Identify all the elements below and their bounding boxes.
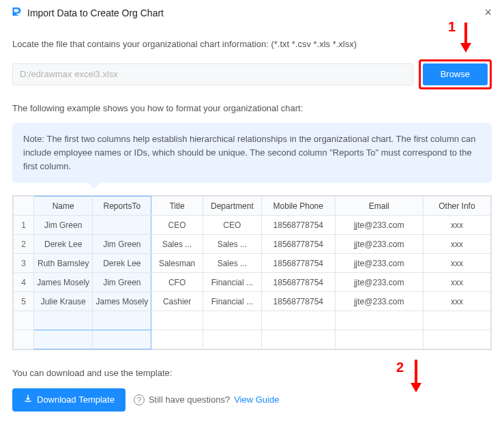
example-table: Name ReportsTo Title Department Mobile P…	[12, 195, 492, 350]
table-row: 3Ruth BarnsleyDerek LeeSalesmanSales ...…	[14, 254, 491, 273]
table-cell	[151, 311, 203, 330]
table-cell: xxx	[423, 292, 490, 311]
table-cell	[261, 311, 335, 330]
browse-highlight: Browse	[419, 59, 492, 89]
row-index: 1	[14, 216, 34, 235]
view-guide-link[interactable]: View Guide	[234, 394, 279, 405]
browse-button[interactable]: Browse	[423, 63, 488, 85]
table-cell: Jim Green	[93, 273, 151, 292]
table-cell: Jim Green	[93, 235, 151, 254]
note-text: Note: The first two columns help establi…	[23, 134, 476, 171]
table-cell	[335, 311, 423, 330]
col-header: Name	[34, 197, 93, 216]
table-row: 1Jim GreenCEOCEO18568778754jjte@233.comx…	[14, 216, 491, 235]
example-instruction: The following example shows you how to f…	[12, 102, 492, 115]
table-row: 5Julie KrauseJames MoselyCashierFinancia…	[14, 292, 491, 311]
row-index	[14, 311, 34, 330]
table-cell: CFO	[151, 273, 203, 292]
table-cell	[203, 311, 261, 330]
table-cell: Ruth Barnsley	[34, 254, 93, 273]
col-header: Mobile Phone	[261, 197, 335, 216]
table-cell	[34, 330, 93, 349]
file-path-input[interactable]	[12, 63, 413, 85]
table-cell: 18568778754	[261, 273, 335, 292]
help-text: Still have questions?	[149, 394, 230, 405]
table-row-empty	[14, 311, 491, 330]
table-cell	[93, 311, 151, 330]
table-cell: jjte@233.com	[335, 216, 423, 235]
table-row: 2Derek LeeJim GreenSales ...Sales ...185…	[14, 235, 491, 254]
col-header: ReportsTo	[93, 197, 151, 216]
table-cell	[423, 311, 490, 330]
table-cell: Sales ...	[203, 235, 261, 254]
table-cell	[151, 330, 203, 349]
table-corner	[14, 197, 34, 216]
table-cell: xxx	[423, 273, 490, 292]
row-index: 5	[14, 292, 34, 311]
table-cell	[203, 330, 261, 349]
table-cell: 18568778754	[261, 235, 335, 254]
table-cell: CEO	[203, 216, 261, 235]
table-cell: Sales ...	[203, 254, 261, 273]
row-index: 2	[14, 235, 34, 254]
table-cell	[261, 330, 335, 349]
locate-instruction: Locate the file that contains your organ…	[12, 38, 492, 51]
col-header: Other Info	[423, 197, 490, 216]
table-row: 4James MoselyJim GreenCFOFinancial ...18…	[14, 273, 491, 292]
row-index: 3	[14, 254, 34, 273]
row-index	[14, 330, 34, 349]
table-cell: xxx	[423, 254, 490, 273]
table-cell	[93, 330, 151, 349]
table-cell: Derek Lee	[34, 235, 93, 254]
table-cell: jjte@233.com	[335, 273, 423, 292]
table-cell: Julie Krause	[34, 292, 93, 311]
col-header: Title	[151, 197, 203, 216]
table-row-empty	[14, 330, 491, 349]
download-instruction: You can download and use the template:	[12, 366, 492, 380]
table-cell: 18568778754	[261, 216, 335, 235]
table-cell: Financial ...	[203, 273, 261, 292]
table-cell: 18568778754	[261, 254, 335, 273]
table-cell: Jim Green	[34, 216, 93, 235]
download-icon	[23, 394, 33, 405]
col-header: Department	[203, 197, 261, 216]
table-cell: Salesman	[151, 254, 203, 273]
table-cell: xxx	[423, 216, 490, 235]
table-cell: xxx	[423, 235, 490, 254]
download-template-button[interactable]: Download Template	[12, 388, 125, 412]
question-icon: ?	[134, 394, 145, 405]
dialog-footer: Previous Next Cancel	[0, 428, 504, 432]
table-cell	[335, 330, 423, 349]
titlebar: Import Data to Create Org Chart ×	[0, 0, 504, 25]
table-cell: Financial ...	[203, 292, 261, 311]
help-text-group: ? Still have questions? View Guide	[134, 394, 280, 405]
table-cell: CEO	[151, 216, 203, 235]
table-cell	[34, 311, 93, 330]
close-icon[interactable]: ×	[481, 5, 494, 20]
table-cell: James Mosely	[34, 273, 93, 292]
table-cell: Sales ...	[151, 235, 203, 254]
table-cell: Derek Lee	[93, 254, 151, 273]
table-cell: jjte@233.com	[335, 292, 423, 311]
table-cell	[423, 330, 490, 349]
table-cell: James Mosely	[93, 292, 151, 311]
table-cell: 18568778754	[261, 292, 335, 311]
dialog-title: Import Data to Create Org Chart	[27, 8, 164, 18]
row-index: 4	[14, 273, 34, 292]
note-box: Note: The first two columns help establi…	[12, 123, 492, 183]
table-cell: jjte@233.com	[335, 254, 423, 273]
table-cell: Cashier	[151, 292, 203, 311]
app-logo-icon	[10, 5, 27, 20]
table-cell	[93, 216, 151, 235]
download-template-label: Download Template	[37, 394, 115, 405]
table-cell: jjte@233.com	[335, 235, 423, 254]
col-header: Email	[335, 197, 423, 216]
